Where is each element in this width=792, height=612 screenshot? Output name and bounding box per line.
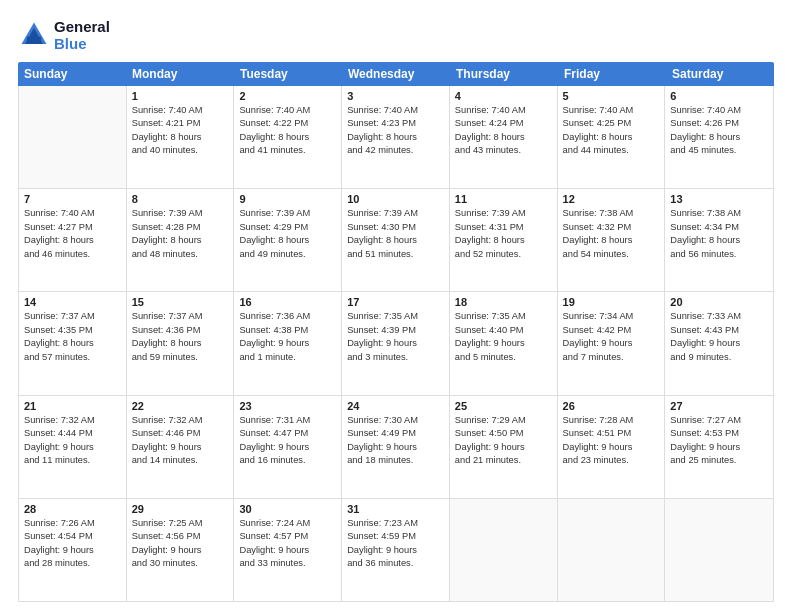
- cell-line: Sunrise: 7:39 AM: [132, 207, 229, 220]
- cell-line: Sunset: 4:50 PM: [455, 427, 552, 440]
- cell-line: Sunset: 4:54 PM: [24, 530, 121, 543]
- cell-line: Sunset: 4:35 PM: [24, 324, 121, 337]
- cell-line: Sunrise: 7:40 AM: [563, 104, 660, 117]
- cell-line: Sunrise: 7:24 AM: [239, 517, 336, 530]
- cell-line: Daylight: 8 hours: [24, 337, 121, 350]
- cell-line: and 40 minutes.: [132, 144, 229, 157]
- svg-rect-2: [27, 37, 41, 44]
- calendar-cell: [558, 499, 666, 601]
- calendar-cell: 23Sunrise: 7:31 AMSunset: 4:47 PMDayligh…: [234, 396, 342, 498]
- calendar-row-5: 28Sunrise: 7:26 AMSunset: 4:54 PMDayligh…: [19, 499, 773, 601]
- cell-line: Daylight: 9 hours: [670, 337, 768, 350]
- day-number: 30: [239, 503, 336, 515]
- calendar-row-1: 1Sunrise: 7:40 AMSunset: 4:21 PMDaylight…: [19, 86, 773, 189]
- day-number: 25: [455, 400, 552, 412]
- cell-line: Daylight: 8 hours: [347, 131, 444, 144]
- calendar-cell: 6Sunrise: 7:40 AMSunset: 4:26 PMDaylight…: [665, 86, 773, 188]
- day-number: 1: [132, 90, 229, 102]
- cell-line: Sunset: 4:53 PM: [670, 427, 768, 440]
- day-number: 7: [24, 193, 121, 205]
- cell-line: and 42 minutes.: [347, 144, 444, 157]
- day-number: 10: [347, 193, 444, 205]
- cell-line: Sunset: 4:47 PM: [239, 427, 336, 440]
- cell-line: Sunrise: 7:30 AM: [347, 414, 444, 427]
- cell-line: Sunset: 4:25 PM: [563, 117, 660, 130]
- calendar-cell: 3Sunrise: 7:40 AMSunset: 4:23 PMDaylight…: [342, 86, 450, 188]
- cell-line: Sunset: 4:36 PM: [132, 324, 229, 337]
- cell-line: Sunset: 4:46 PM: [132, 427, 229, 440]
- cell-line: Sunrise: 7:36 AM: [239, 310, 336, 323]
- page: General Blue SundayMondayTuesdayWednesda…: [0, 0, 792, 612]
- calendar-cell: 22Sunrise: 7:32 AMSunset: 4:46 PMDayligh…: [127, 396, 235, 498]
- cell-line: and 25 minutes.: [670, 454, 768, 467]
- cell-line: Sunrise: 7:35 AM: [347, 310, 444, 323]
- cell-line: Daylight: 8 hours: [455, 131, 552, 144]
- day-number: 22: [132, 400, 229, 412]
- day-number: 21: [24, 400, 121, 412]
- cell-line: and 36 minutes.: [347, 557, 444, 570]
- cell-line: Sunset: 4:56 PM: [132, 530, 229, 543]
- cell-line: Sunrise: 7:32 AM: [24, 414, 121, 427]
- cell-line: Daylight: 8 hours: [670, 131, 768, 144]
- calendar-body: 1Sunrise: 7:40 AMSunset: 4:21 PMDaylight…: [18, 86, 774, 602]
- cell-line: Sunset: 4:38 PM: [239, 324, 336, 337]
- cell-line: Daylight: 9 hours: [24, 441, 121, 454]
- cell-line: Daylight: 9 hours: [347, 441, 444, 454]
- day-number: 14: [24, 296, 121, 308]
- cell-line: Sunset: 4:57 PM: [239, 530, 336, 543]
- cell-line: and 41 minutes.: [239, 144, 336, 157]
- cell-line: Sunset: 4:42 PM: [563, 324, 660, 337]
- cell-line: Sunset: 4:22 PM: [239, 117, 336, 130]
- cell-line: and 49 minutes.: [239, 248, 336, 261]
- cell-line: Sunset: 4:32 PM: [563, 221, 660, 234]
- cell-line: Sunrise: 7:28 AM: [563, 414, 660, 427]
- cell-line: Daylight: 8 hours: [670, 234, 768, 247]
- day-number: 31: [347, 503, 444, 515]
- cell-line: Daylight: 9 hours: [132, 544, 229, 557]
- cell-line: Daylight: 8 hours: [24, 234, 121, 247]
- cell-line: and 51 minutes.: [347, 248, 444, 261]
- cell-line: Sunrise: 7:40 AM: [24, 207, 121, 220]
- calendar-cell: 5Sunrise: 7:40 AMSunset: 4:25 PMDaylight…: [558, 86, 666, 188]
- cell-line: Sunrise: 7:33 AM: [670, 310, 768, 323]
- cell-line: and 59 minutes.: [132, 351, 229, 364]
- cell-line: and 7 minutes.: [563, 351, 660, 364]
- cell-line: Daylight: 9 hours: [239, 544, 336, 557]
- cell-line: Sunrise: 7:39 AM: [239, 207, 336, 220]
- day-number: 26: [563, 400, 660, 412]
- cell-line: Daylight: 9 hours: [563, 337, 660, 350]
- cell-line: Daylight: 9 hours: [239, 337, 336, 350]
- cell-line: Sunset: 4:44 PM: [24, 427, 121, 440]
- cell-line: Sunrise: 7:40 AM: [347, 104, 444, 117]
- cell-line: Sunrise: 7:37 AM: [24, 310, 121, 323]
- cell-line: Daylight: 9 hours: [455, 441, 552, 454]
- cell-line: Sunset: 4:28 PM: [132, 221, 229, 234]
- cell-line: Sunset: 4:51 PM: [563, 427, 660, 440]
- cell-line: Daylight: 9 hours: [455, 337, 552, 350]
- day-number: 23: [239, 400, 336, 412]
- cell-line: Sunset: 4:34 PM: [670, 221, 768, 234]
- day-number: 20: [670, 296, 768, 308]
- day-number: 24: [347, 400, 444, 412]
- calendar-cell: 21Sunrise: 7:32 AMSunset: 4:44 PMDayligh…: [19, 396, 127, 498]
- day-number: 5: [563, 90, 660, 102]
- calendar-cell: 16Sunrise: 7:36 AMSunset: 4:38 PMDayligh…: [234, 292, 342, 394]
- calendar-cell: 17Sunrise: 7:35 AMSunset: 4:39 PMDayligh…: [342, 292, 450, 394]
- calendar-cell: 29Sunrise: 7:25 AMSunset: 4:56 PMDayligh…: [127, 499, 235, 601]
- day-number: 2: [239, 90, 336, 102]
- cell-line: Sunrise: 7:38 AM: [670, 207, 768, 220]
- day-number: 4: [455, 90, 552, 102]
- calendar-cell: 20Sunrise: 7:33 AMSunset: 4:43 PMDayligh…: [665, 292, 773, 394]
- cell-line: Daylight: 8 hours: [563, 234, 660, 247]
- cell-line: Sunrise: 7:31 AM: [239, 414, 336, 427]
- cell-line: Sunrise: 7:40 AM: [670, 104, 768, 117]
- cell-line: Sunrise: 7:37 AM: [132, 310, 229, 323]
- cell-line: and 1 minute.: [239, 351, 336, 364]
- cell-line: Daylight: 8 hours: [132, 337, 229, 350]
- cell-line: Daylight: 9 hours: [347, 337, 444, 350]
- cell-line: Sunset: 4:39 PM: [347, 324, 444, 337]
- cell-line: and 46 minutes.: [24, 248, 121, 261]
- calendar-cell: 1Sunrise: 7:40 AMSunset: 4:21 PMDaylight…: [127, 86, 235, 188]
- cell-line: Sunrise: 7:39 AM: [455, 207, 552, 220]
- cell-line: and 54 minutes.: [563, 248, 660, 261]
